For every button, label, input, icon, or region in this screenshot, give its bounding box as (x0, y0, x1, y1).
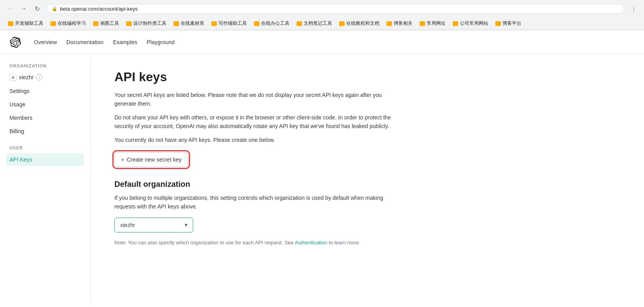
nav-buttons: ← → ↻ (5, 3, 43, 14)
bookmark-label: 博客平台 (502, 20, 521, 27)
settings-label: Settings (9, 88, 30, 94)
org-name: xiezhr (19, 74, 34, 80)
bookmark-label: 常用网址 (427, 20, 446, 27)
back-button[interactable]: ← (5, 3, 16, 14)
sidebar-item-api-keys[interactable]: API Keys (6, 153, 84, 166)
bookmarks-bar: 开发辅助工具在线编程学习画图工具设计制作类工具在线素材库写作辅助工具在线办公工具… (0, 17, 644, 30)
browser-chrome: ← → ↻ 🔒 beta.openai.com/account/api-keys… (0, 0, 644, 30)
members-label: Members (9, 115, 32, 121)
bookmark-label: 在线素材库 (181, 20, 204, 27)
folder-icon (174, 21, 179, 26)
bookmark-label: 设计制作类工具 (133, 20, 166, 27)
default-org-desc: If you belong to multiple organizations,… (114, 194, 390, 211)
empty-notice: You currently do not have any API keys. … (114, 136, 620, 144)
create-btn-label: Create new secret key (127, 156, 181, 163)
sidebar-item-settings[interactable]: Settings (6, 85, 84, 97)
bookmark-label: 文档笔记工具 (304, 20, 332, 27)
org-name-row: ⊞ xiezhr i (6, 71, 84, 83)
content-area: API keys Your secret API keys are listed… (91, 54, 644, 304)
nav-examples[interactable]: Examples (113, 37, 137, 47)
bookmark-item[interactable]: 写作辅助工具 (208, 19, 250, 28)
lock-icon: 🔒 (52, 6, 58, 11)
org-select-wrapper: xiezhr ▼ (114, 218, 193, 233)
folder-icon (453, 21, 458, 26)
bookmark-item[interactable]: 常用网址 (416, 19, 449, 28)
page-title: API keys (114, 70, 620, 84)
org-section: ORGANIZATION ⊞ xiezhr i Settings Usage M… (6, 63, 84, 138)
folder-icon (50, 21, 56, 26)
folder-icon (254, 21, 259, 26)
org-section-label: ORGANIZATION (6, 63, 84, 68)
user-section-label: USER (6, 145, 84, 150)
create-secret-key-button[interactable]: + Create new secret key (114, 152, 188, 167)
folder-icon (8, 21, 13, 26)
billing-label: Billing (9, 128, 24, 134)
folder-icon (93, 21, 99, 26)
note-text: Note: You can also specify which organiz… (114, 239, 390, 247)
bookmark-item[interactable]: 博客相关 (383, 19, 416, 28)
main-layout: ORGANIZATION ⊞ xiezhr i Settings Usage M… (0, 54, 644, 304)
folder-icon (420, 21, 425, 26)
bookmark-label: 在线教程和文档 (346, 20, 379, 27)
api-keys-label: API Keys (9, 156, 32, 163)
folder-icon (211, 21, 217, 26)
authentication-link[interactable]: Authentication (295, 240, 327, 246)
forward-button[interactable]: → (18, 3, 29, 14)
note-prefix: Note: You can also specify which organiz… (114, 240, 295, 246)
folder-icon (339, 21, 345, 26)
sidebar-item-billing[interactable]: Billing (6, 125, 84, 138)
openai-logo[interactable] (9, 36, 21, 48)
bookmark-label: 写作辅助工具 (218, 20, 247, 27)
desc2: Do not share your API key with others, o… (114, 113, 398, 131)
bookmark-item[interactable]: 文档笔记工具 (293, 19, 335, 28)
desc1: Your secret API keys are listed below. P… (114, 91, 398, 108)
app-header: Overview Documentation Examples Playgrou… (0, 30, 644, 54)
bookmark-item[interactable]: 公司常用网站 (450, 19, 491, 28)
info-icon[interactable]: i (36, 74, 42, 80)
address-bar[interactable]: 🔒 beta.openai.com/account/api-keys (47, 4, 624, 14)
bookmark-label: 公司常用网站 (460, 20, 488, 27)
browser-toolbar: ← → ↻ 🔒 beta.openai.com/account/api-keys… (0, 0, 644, 17)
url-text: beta.openai.com/account/api-keys (60, 6, 138, 12)
nav-playground[interactable]: Playground (147, 37, 175, 47)
folder-icon (495, 21, 501, 26)
note-suffix: to learn more. (327, 240, 360, 246)
folder-icon (126, 21, 132, 26)
bookmark-label: 在线办公工具 (261, 20, 289, 27)
bookmark-label: 博客相关 (394, 20, 413, 27)
plus-icon: + (121, 156, 124, 163)
sidebar-item-members[interactable]: Members (6, 112, 84, 124)
org-icon: ⊞ (9, 74, 17, 81)
sidebar: ORGANIZATION ⊞ xiezhr i Settings Usage M… (0, 54, 91, 304)
bookmark-item[interactable]: 画图工具 (90, 19, 122, 28)
bookmark-item[interactable]: 在线素材库 (170, 19, 207, 28)
extensions-button[interactable]: ⋮ (628, 3, 639, 14)
bookmark-label: 在线编程学习 (58, 20, 86, 27)
user-section: USER API Keys (6, 145, 84, 166)
org-select[interactable]: xiezhr (114, 218, 193, 233)
default-org-title: Default organization (114, 180, 620, 189)
nav-documentation[interactable]: Documentation (66, 37, 103, 47)
bookmark-label: 画图工具 (100, 20, 119, 27)
folder-icon (386, 21, 392, 26)
bookmark-item[interactable]: 博客平台 (492, 19, 525, 28)
nav-overview[interactable]: Overview (34, 37, 57, 47)
bookmark-item[interactable]: 在线办公工具 (251, 19, 293, 28)
bookmark-item[interactable]: 开发辅助工具 (5, 19, 47, 28)
folder-icon (297, 21, 302, 26)
bookmark-label: 开发辅助工具 (15, 20, 43, 27)
bookmark-item[interactable]: 在线编程学习 (47, 19, 89, 28)
usage-label: Usage (9, 101, 25, 108)
nav-links: Overview Documentation Examples Playgrou… (34, 37, 175, 47)
reload-button[interactable]: ↻ (32, 3, 43, 14)
bookmark-item[interactable]: 在线教程和文档 (336, 19, 383, 28)
sidebar-item-usage[interactable]: Usage (6, 98, 84, 111)
bookmark-item[interactable]: 设计制作类工具 (123, 19, 170, 28)
